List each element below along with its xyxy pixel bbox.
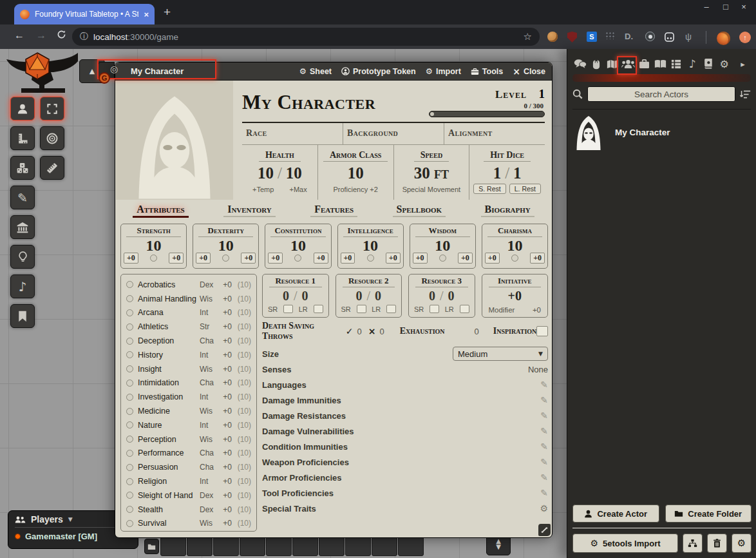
browser-tab[interactable]: Foundry Virtual Tabletop • A Stan × bbox=[14, 4, 155, 24]
grid-extension-icon[interactable] bbox=[605, 32, 615, 39]
proficiency-radio[interactable] bbox=[222, 255, 229, 262]
skill-prof-radio[interactable] bbox=[126, 478, 133, 485]
hp-current[interactable]: 10 bbox=[258, 164, 274, 182]
window-minimize-button[interactable]: – bbox=[698, 2, 715, 12]
skill-prof-radio[interactable] bbox=[126, 281, 133, 288]
speed-value[interactable]: 30 ft bbox=[414, 164, 449, 182]
macro-slot-10[interactable] bbox=[398, 537, 424, 556]
reload-button[interactable] bbox=[57, 30, 66, 42]
macro-slot-9[interactable] bbox=[372, 537, 397, 556]
lr-checkbox[interactable] bbox=[386, 305, 396, 313]
ability-wisdom[interactable]: Wisdom 10 +0+0 bbox=[410, 224, 476, 269]
skill-prof-radio[interactable] bbox=[126, 436, 133, 443]
resource-3[interactable]: Resource 3 0/0 SRLR bbox=[408, 274, 475, 318]
bookmark-star-icon[interactable]: ☆ bbox=[524, 31, 532, 43]
actor-list-item[interactable]: My Character bbox=[572, 115, 751, 150]
exhaustion-value[interactable]: 0 bbox=[475, 327, 479, 336]
tab-playlists[interactable]: ♪ bbox=[685, 57, 701, 70]
hp-max[interactable]: 10 bbox=[286, 164, 302, 182]
skill-prof-radio[interactable] bbox=[126, 338, 133, 345]
edit-icon[interactable]: ✎ bbox=[540, 380, 548, 390]
configure-special-traits-icon[interactable]: ⚙ bbox=[540, 503, 548, 514]
proficiency-radio[interactable] bbox=[511, 255, 518, 262]
character-sheet-window[interactable]: My Character ⚙ Sheet Prototype Token ⚙ I… bbox=[115, 62, 553, 538]
trait-languages-row[interactable]: Languages ✎ bbox=[262, 377, 548, 392]
tab-combat-tracker[interactable] bbox=[589, 59, 605, 70]
trait-damage-resistances-row[interactable]: Damage Resistances ✎ bbox=[262, 408, 548, 423]
macro-slot-5[interactable] bbox=[266, 537, 292, 556]
skill-prof-radio[interactable] bbox=[126, 520, 133, 527]
profile-avatar[interactable] bbox=[717, 32, 730, 45]
ability-constitution[interactable]: Constitution 10 +0+0 bbox=[265, 224, 331, 269]
lr-checkbox[interactable] bbox=[314, 305, 323, 313]
tab-features[interactable]: Features bbox=[310, 204, 357, 217]
trait-weapon-proficiencies-row[interactable]: Weapon Proficiencies ✎ bbox=[262, 454, 548, 470]
speed-stat[interactable]: Speed 30 ft Special Movement bbox=[393, 145, 469, 200]
url-bar[interactable]: ⓘ localhost:30000/game ☆ bbox=[72, 28, 540, 46]
skill-prof-radio[interactable] bbox=[126, 351, 133, 358]
tool-target[interactable] bbox=[40, 126, 64, 150]
hd-current[interactable]: 1 bbox=[493, 164, 502, 182]
skill-prof-radio[interactable] bbox=[126, 450, 133, 457]
lr-checkbox[interactable] bbox=[460, 305, 469, 313]
background-field[interactable]: Background bbox=[343, 123, 444, 144]
edit-icon[interactable]: ✎ bbox=[540, 410, 548, 421]
resource-1[interactable]: Resource 1 0/0 SRLR bbox=[262, 274, 329, 318]
skill-prof-radio[interactable] bbox=[126, 295, 133, 302]
tool-select-targets[interactable] bbox=[40, 97, 64, 120]
armor-class-stat[interactable]: Armor Class 10 Proficiency +2 bbox=[317, 145, 393, 200]
edit-icon[interactable]: ✎ bbox=[540, 472, 548, 483]
trait-tool-proficiencies-row[interactable]: Tool Proficiencies ✎ bbox=[262, 485, 548, 501]
tool-select-token[interactable] bbox=[10, 97, 35, 120]
window-close-button[interactable]: × bbox=[735, 2, 752, 12]
tab-close-icon[interactable]: × bbox=[144, 10, 149, 19]
window-maximize-button[interactable]: □ bbox=[717, 2, 734, 12]
import-button[interactable]: ⚙ Import bbox=[426, 66, 461, 76]
settings-button[interactable]: ⚙ bbox=[732, 534, 751, 553]
prototype-token-button[interactable]: Prototype Token bbox=[341, 67, 416, 76]
tool-ruler-measure[interactable] bbox=[40, 156, 64, 180]
close-window-button[interactable]: × Close bbox=[513, 66, 545, 77]
tab-chat[interactable] bbox=[572, 59, 589, 69]
skill-prof-radio[interactable] bbox=[126, 492, 133, 499]
create-folder-button[interactable]: Create Folder bbox=[665, 505, 752, 523]
trait-senses-row[interactable]: Senses None bbox=[262, 361, 548, 377]
skill-prof-radio[interactable] bbox=[126, 309, 133, 316]
sort-folders-icon[interactable] bbox=[740, 90, 751, 99]
sheet-config-button[interactable]: ⚙ Sheet bbox=[299, 66, 332, 76]
race-field[interactable]: Race bbox=[242, 123, 343, 144]
trait-damage-immunities-row[interactable]: Damage Immunities ✎ bbox=[262, 392, 548, 408]
xp-value[interactable]: 0 / 300 bbox=[429, 102, 543, 110]
skill-prof-radio[interactable] bbox=[126, 464, 133, 471]
character-portrait[interactable] bbox=[116, 81, 233, 200]
skill-prof-radio[interactable] bbox=[126, 365, 133, 372]
proficiency-radio[interactable] bbox=[367, 255, 374, 262]
macro-slot-3[interactable] bbox=[213, 537, 239, 556]
tab-items[interactable] bbox=[636, 59, 652, 69]
macro-slot-6[interactable] bbox=[292, 537, 318, 556]
tab-compendium[interactable] bbox=[701, 59, 717, 69]
tab-journal[interactable] bbox=[652, 59, 668, 69]
ublock-extension-icon[interactable] bbox=[567, 32, 577, 43]
tab-roll-tables[interactable] bbox=[668, 59, 685, 69]
tool-measure-templates[interactable] bbox=[10, 126, 35, 150]
size-select[interactable]: Medium ▼ bbox=[453, 347, 548, 361]
initiative-box[interactable]: Initiative +0 Modifier+0 bbox=[482, 274, 549, 318]
macro-slot-7[interactable] bbox=[319, 537, 345, 556]
s-extension-icon[interactable]: S bbox=[587, 32, 597, 42]
hp-temp-label[interactable]: +Temp bbox=[252, 186, 274, 193]
ability-charisma[interactable]: Charisma 10 +0+0 bbox=[482, 224, 548, 269]
site-info-icon[interactable]: ⓘ bbox=[80, 31, 88, 43]
hp-tempmax-label[interactable]: +Max bbox=[290, 186, 307, 193]
tool-dice-roller[interactable] bbox=[10, 156, 35, 180]
level-value[interactable]: 1 bbox=[539, 87, 545, 101]
tab-settings[interactable]: ⚙ bbox=[716, 58, 732, 70]
macro-slot-2[interactable] bbox=[187, 537, 213, 556]
tool-sounds[interactable]: ♪ bbox=[10, 274, 35, 298]
ability-dexterity[interactable]: Dexterity 10 +0+0 bbox=[193, 224, 259, 269]
long-rest-button[interactable]: L. Rest bbox=[509, 184, 541, 194]
trait-special-traits-row[interactable]: Special Traits ⚙ bbox=[262, 501, 548, 516]
inspiration-checkbox[interactable] bbox=[536, 326, 548, 336]
sr-checkbox[interactable] bbox=[283, 305, 293, 313]
ability-intelligence[interactable]: Intelligence 10 +0+0 bbox=[337, 224, 404, 269]
